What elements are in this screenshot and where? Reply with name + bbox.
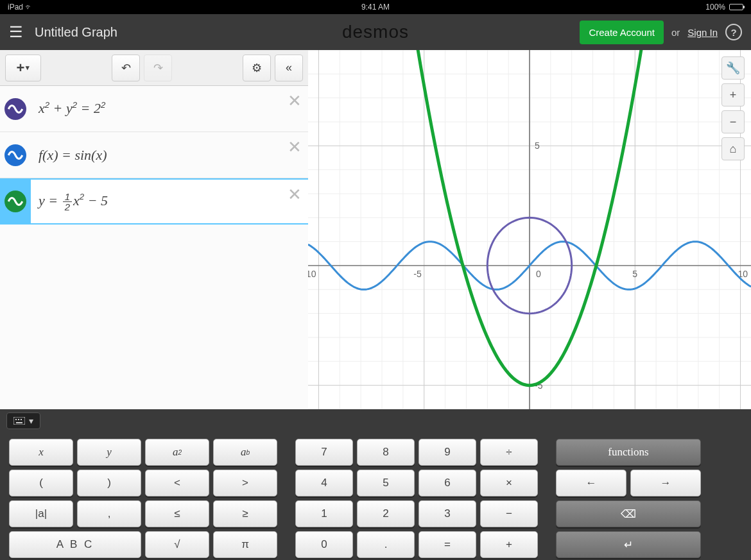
collapse-panel-button[interactable]: « [275, 55, 303, 81]
svg-rect-56 [21, 419, 22, 420]
device-label: iPad [8, 3, 23, 12]
sign-in-link[interactable]: Sign In [687, 27, 718, 38]
key[interactable]: √ [145, 531, 209, 558]
expression-color-swatch[interactable] [0, 98, 31, 120]
key[interactable]: > [213, 470, 277, 496]
functions-key[interactable]: functions [556, 439, 701, 466]
svg-text:-5: -5 [413, 269, 422, 279]
wrench-icon[interactable]: 🔧 [721, 56, 745, 80]
expression-row[interactable]: y = 12x2 − 5✕ [0, 178, 308, 225]
expression-formula[interactable]: f(x) = sin(x) [31, 147, 107, 164]
key[interactable]: |a| [9, 500, 73, 527]
svg-text:-10: -10 [308, 269, 316, 279]
svg-rect-53 [13, 417, 25, 425]
svg-text:0: 0 [536, 269, 541, 279]
or-text: or [671, 27, 680, 38]
key[interactable]: a2 [145, 439, 209, 466]
delete-expression-icon[interactable]: ✕ [288, 137, 302, 157]
backspace-key[interactable]: ⌫ [556, 500, 701, 527]
graph-canvas[interactable]: -10-50510-55 🔧 + − ⌂ [308, 50, 751, 409]
app-header: ☰ Untitled Graph desmos Create Account o… [0, 14, 751, 50]
expression-color-swatch[interactable] [0, 144, 31, 166]
svg-rect-54 [15, 419, 17, 420]
key-[interactable]: × [480, 470, 538, 496]
enter-key[interactable]: ↵ [556, 531, 701, 558]
menu-icon[interactable]: ☰ [9, 23, 23, 41]
keyboard-toggle-button[interactable]: ▾ [6, 412, 40, 429]
key-2[interactable]: 2 [357, 500, 415, 527]
create-account-button[interactable]: Create Account [580, 21, 664, 44]
key-5[interactable]: 5 [357, 470, 415, 496]
battery-percent: 100% [705, 3, 725, 12]
key[interactable]: x [9, 439, 73, 466]
expression-formula[interactable]: x2 + y2 = 22 [31, 100, 105, 117]
settings-button[interactable]: ⚙ [243, 55, 271, 81]
expression-panel: +▾ ↶ ↷ ⚙ « x2 + y2 = 22✕f(x) = sin(x)✕y … [0, 50, 308, 409]
add-expression-button[interactable]: +▾ [5, 55, 41, 81]
expression-color-swatch[interactable] [0, 180, 31, 223]
undo-button[interactable]: ↶ [112, 55, 140, 81]
graph-controls: 🔧 + − ⌂ [721, 56, 745, 160]
key-[interactable]: − [480, 500, 538, 527]
arrow-key[interactable]: ← [556, 470, 626, 496]
key[interactable]: ≥ [213, 500, 277, 527]
zoom-in-button[interactable]: + [721, 83, 745, 106]
key[interactable]: ≤ [145, 500, 209, 527]
svg-text:5: 5 [535, 140, 540, 151]
keyboard-toggle-bar: ▾ [0, 409, 751, 432]
home-button[interactable]: ⌂ [721, 137, 745, 160]
key-0[interactable]: 0 [295, 531, 353, 558]
expression-row[interactable]: x2 + y2 = 22✕ [0, 86, 308, 132]
key-4[interactable]: 4 [295, 470, 353, 496]
math-keyboard: xya2ab()<>|a|,≤≥A B C√π 789÷456×123−0.=+… [0, 432, 751, 560]
expression-toolbar: +▾ ↶ ↷ ⚙ « [0, 50, 308, 86]
status-time: 9:41 AM [361, 3, 390, 12]
key-[interactable]: ÷ [480, 439, 538, 466]
key[interactable]: π [213, 531, 277, 558]
key-group-actions: functions←→⌫↵ [556, 439, 701, 554]
svg-rect-55 [18, 419, 19, 420]
key-group-vars: xya2ab()<>|a|,≤≥A B C√π [9, 439, 277, 554]
keyboard-icon [13, 417, 25, 425]
main-area: +▾ ↶ ↷ ⚙ « x2 + y2 = 22✕f(x) = sin(x)✕y … [0, 50, 751, 409]
graph-title[interactable]: Untitled Graph [35, 25, 117, 40]
delete-expression-icon[interactable]: ✕ [288, 185, 302, 205]
redo-button[interactable]: ↷ [144, 55, 172, 81]
key[interactable]: ab [213, 439, 277, 466]
key-8[interactable]: 8 [357, 439, 415, 466]
key-group-numpad: 789÷456×123−0.=+ [295, 439, 538, 554]
key-3[interactable]: 3 [419, 500, 476, 527]
expression-row[interactable]: f(x) = sin(x)✕ [0, 132, 308, 178]
expression-formula[interactable]: y = 12x2 − 5 [31, 192, 108, 212]
zoom-out-button[interactable]: − [721, 110, 745, 133]
key[interactable]: , [77, 500, 141, 527]
wifi-icon: ᯤ [25, 3, 33, 12]
key[interactable]: y [77, 439, 141, 466]
delete-expression-icon[interactable]: ✕ [288, 91, 302, 111]
key-[interactable]: + [480, 531, 538, 558]
key-7[interactable]: 7 [295, 439, 353, 466]
expression-list: x2 + y2 = 22✕f(x) = sin(x)✕y = 12x2 − 5✕ [0, 86, 308, 409]
desmos-logo: desmos [342, 22, 409, 42]
arrow-key[interactable]: → [630, 470, 701, 496]
key-[interactable]: . [357, 531, 415, 558]
key[interactable]: ) [77, 470, 141, 496]
key[interactable]: ( [9, 470, 73, 496]
svg-text:5: 5 [632, 269, 637, 279]
help-icon[interactable]: ? [725, 24, 742, 40]
key[interactable]: < [145, 470, 209, 496]
ios-status-bar: iPad ᯤ 9:41 AM 100% [0, 0, 751, 14]
key-1[interactable]: 1 [295, 500, 353, 527]
graph-svg[interactable]: -10-50510-55 [308, 50, 751, 409]
key-6[interactable]: 6 [419, 470, 476, 496]
battery-icon [729, 4, 743, 10]
key-[interactable]: = [419, 531, 476, 558]
key[interactable]: A B C [9, 531, 141, 558]
key-9[interactable]: 9 [419, 439, 476, 466]
svg-rect-57 [16, 422, 22, 423]
